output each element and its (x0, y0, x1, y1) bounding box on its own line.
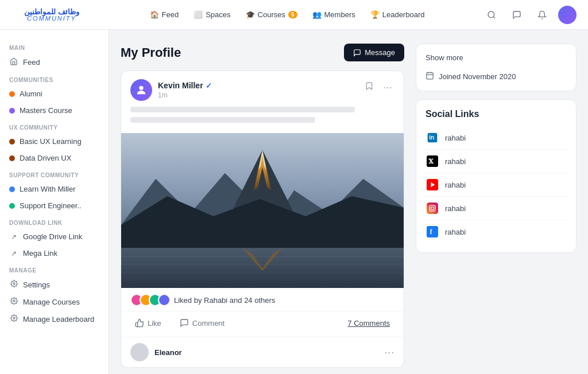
sidebar-item-learn-miller[interactable]: Learn With Miller (0, 181, 109, 197)
sidebar-item-settings[interactable]: Settings (0, 276, 109, 293)
commenter-name: Eleanor (154, 348, 182, 357)
verified-icon: ✓ (206, 81, 212, 90)
nav-actions (482, 6, 577, 24)
svg-rect-32 (427, 226, 438, 237)
author-avatar (130, 79, 152, 101)
comments-count-link[interactable]: 7 Comments (343, 317, 394, 330)
comment-button[interactable]: Comment (175, 316, 229, 330)
courses-icon: 🎓 (246, 10, 255, 19)
sidebar-item-feed[interactable]: Feed (0, 53, 109, 71)
sidebar-item-masters[interactable]: Masters Course (0, 102, 109, 119)
show-more-link[interactable]: Show more (425, 53, 567, 62)
social-link-linkedin[interactable]: in rahabi (425, 126, 567, 150)
social-link-twitter[interactable]: 𝕏 rahabi (425, 150, 567, 173)
logo-arabic: وظائف للمواطنين (24, 8, 79, 15)
sidebar-manage-courses-label: Manage Courses (23, 298, 80, 306)
bookmark-icon[interactable] (362, 79, 376, 95)
facebook-handle: rahabi (445, 228, 466, 236)
post-card: Kevin Miller ✓ 1m ⋯ (121, 71, 404, 368)
social-link-instagram[interactable]: rahabi (425, 197, 567, 220)
spaces-icon: ⬜ (194, 10, 203, 19)
message-btn-label: Message (365, 48, 395, 57)
sidebar-learn-miller-label: Learn With Miller (20, 185, 76, 193)
post-actions: Like Comment 7 Comments (121, 311, 404, 337)
post-likes-row: Liked by Rahabi and 24 others (121, 288, 404, 311)
youtube-handle: rahabi (445, 181, 466, 189)
user-avatar[interactable] (558, 6, 577, 24)
comment-preview: Eleanor ⋯ (121, 337, 404, 367)
logo-english: Community (27, 15, 76, 22)
sidebar-item-alumni[interactable]: Alumni (0, 85, 109, 102)
more-options-icon[interactable]: ⋯ (381, 80, 394, 95)
sidebar-alumni-label: Alumni (20, 89, 42, 98)
logo[interactable]: وظائف للمواطنين Community (11, 8, 92, 22)
like-button[interactable]: Like (130, 316, 166, 330)
sidebar-section-communities: COMMUNITIES (0, 71, 109, 85)
messages-button[interactable] (508, 6, 526, 24)
sidebar-item-manage-leaderboard[interactable]: Manage Leaderboard (0, 310, 109, 328)
sidebar-item-gdrive[interactable]: ↗ Google Drive Link (0, 228, 109, 245)
center-column: My Profile Message (121, 44, 404, 374)
nav-members[interactable]: 👥 Members (307, 7, 361, 22)
sidebar-item-support-eng[interactable]: Support Engineer.. (0, 197, 109, 214)
courses-badge: 5 (288, 11, 297, 18)
svg-rect-28 (427, 202, 438, 214)
settings-icon (9, 280, 18, 289)
right-column: Show more Joined November 2020 Social Li… (416, 44, 577, 374)
twitter-icon: 𝕏 (425, 154, 439, 168)
sidebar-data-driven-label: Data Driven UX (20, 154, 71, 162)
svg-point-0 (488, 11, 494, 18)
nav-courses[interactable]: 🎓 Courses 5 (240, 7, 303, 22)
profile-info-card: Show more Joined November 2020 (416, 44, 577, 91)
sidebar-section-support: SUPPORT COMMUNITY (0, 166, 109, 181)
joined-text: Joined November 2020 (439, 72, 516, 81)
svg-text:𝕏: 𝕏 (428, 158, 434, 165)
like-avatar-4 (158, 294, 171, 306)
nav-links: 🏠 Feed ⬜ Spaces 🎓 Courses 5 👥 Members 🏆 … (92, 7, 482, 22)
sidebar-item-manage-courses[interactable]: Manage Courses (0, 293, 109, 310)
sidebar-support-eng-label: Support Engineer.. (20, 201, 82, 210)
sidebar-manage-leaderboard-label: Manage Leaderboard (23, 315, 94, 324)
linkedin-icon: in (425, 131, 439, 145)
post-header: Kevin Miller ✓ 1m ⋯ (121, 71, 404, 107)
svg-point-4 (13, 317, 14, 319)
nav-leaderboard[interactable]: 🏆 Leaderboard (365, 7, 431, 22)
linkedin-handle: rahabi (445, 134, 466, 142)
masters-dot (9, 108, 15, 114)
home-icon: 🏠 (150, 10, 159, 19)
social-link-youtube[interactable]: rahabi (425, 173, 567, 197)
nav-feed[interactable]: 🏠 Feed (144, 7, 185, 22)
comment-more-icon[interactable]: ⋯ (384, 346, 394, 359)
search-button[interactable] (482, 6, 501, 24)
message-button[interactable]: Message (344, 44, 404, 61)
social-link-facebook[interactable]: f rahabi (425, 220, 567, 243)
text-line-1 (130, 107, 355, 112)
sidebar-section-ux: UX COMMUNITY (0, 119, 109, 133)
post-image (121, 133, 404, 288)
sidebar-item-mega[interactable]: ↗ Mega Link (0, 245, 109, 262)
svg-line-1 (493, 17, 495, 18)
like-label: Like (148, 319, 161, 328)
svg-rect-18 (427, 73, 433, 79)
mega-arrow-icon: ↗ (9, 250, 18, 258)
sidebar-item-basic-ux[interactable]: Basic UX Learning (0, 133, 109, 150)
sidebar-gdrive-label: Google Drive Link (23, 232, 82, 241)
instagram-icon (425, 201, 439, 215)
sidebar-section-main: MAIN (0, 39, 109, 53)
members-icon: 👥 (312, 10, 322, 19)
social-links-card: Social Links in rahabi (416, 99, 577, 253)
author-name: Kevin Miller ✓ (158, 81, 212, 90)
nav-spaces[interactable]: ⬜ Spaces (188, 7, 236, 22)
page-layout: MAIN Feed COMMUNITIES Alumni Masters Cou… (0, 0, 588, 374)
sidebar-section-download: DOWNLOAD LINK (0, 214, 109, 228)
author-info: Kevin Miller ✓ 1m (158, 81, 212, 99)
main-content: My Profile Message (109, 30, 588, 374)
sidebar-item-data-driven[interactable]: Data Driven UX (0, 150, 109, 166)
notifications-button[interactable] (533, 6, 551, 24)
instagram-handle: rahabi (445, 204, 466, 213)
svg-point-3 (13, 300, 14, 302)
sidebar-basic-ux-label: Basic UX Learning (20, 137, 82, 146)
youtube-icon (425, 178, 439, 192)
social-links-title: Social Links (425, 109, 567, 119)
joined-row: Joined November 2020 (425, 67, 567, 81)
